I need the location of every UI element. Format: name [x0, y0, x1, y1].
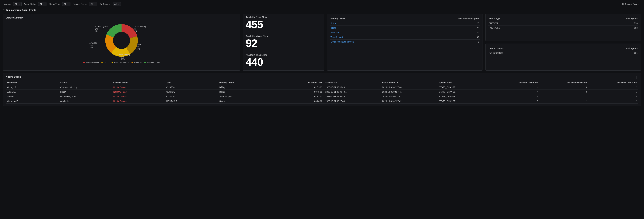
- cell-status: Available: [59, 99, 112, 104]
- cell-in-status-time: 01:41:13: [286, 94, 324, 99]
- panel-contact-status: Contact Status # of Agents Not OnContact…: [486, 44, 641, 71]
- cell-type: CUSTOM: [165, 90, 218, 94]
- filter-label-status-type: Status Type: [49, 3, 60, 5]
- sort-ascending-icon: [397, 81, 398, 84]
- col-header-agents-count[interactable]: # of Agents: [572, 46, 638, 51]
- legend-swatch: [144, 62, 146, 63]
- col-header-chat-slots[interactable]: Available Chat Slots: [490, 80, 540, 85]
- legend-item[interactable]: Not Feeling Well: [144, 61, 160, 63]
- chevron-down-icon: [3, 10, 4, 11]
- svg-rect-0: [622, 3, 622, 4]
- col-header-routing-profile[interactable]: Routing Profile: [330, 17, 409, 21]
- table-row[interactable]: Not OnContact921: [488, 51, 638, 55]
- routing-profile-link[interactable]: Enhanced Routing Profile: [330, 40, 409, 44]
- filter-select-agent-status[interactable]: All: [38, 2, 46, 6]
- cell-task-slots: 2: [589, 99, 638, 104]
- table-row[interactable]: ROUTABLE183: [488, 26, 638, 30]
- routing-profile-link[interactable]: Sales: [330, 21, 409, 26]
- cell-username: Cameron E.: [6, 99, 59, 104]
- cell-voice-slots: 0: [540, 85, 589, 90]
- cell-last-updated: 2023-10-31 02:27:41: [381, 90, 438, 94]
- table-row[interactable]: Tech Support43: [330, 35, 480, 40]
- svg-rect-2: [622, 4, 622, 5]
- filter-label-routing-profile: Routing Profile: [73, 3, 86, 5]
- col-header-available-agents[interactable]: # of Available Agents: [409, 17, 480, 21]
- panel-title: Status Summary: [6, 17, 237, 19]
- routing-profile-link[interactable]: Billing: [330, 26, 409, 30]
- donut-slice: [106, 24, 122, 38]
- legend-item[interactable]: Available: [132, 61, 141, 63]
- col-header-in-status-time[interactable]: In Status Time: [286, 80, 324, 85]
- cell-chat-slots: 3: [490, 99, 540, 104]
- col-header-agents-count[interactable]: # of Agents: [564, 17, 638, 21]
- contact-events-button[interactable]: Contact Events: [620, 2, 641, 6]
- slot-value: 455: [246, 19, 322, 30]
- cell-last-updated: 2023-10-31 02:27:40: [381, 85, 438, 90]
- summary-toggle[interactable]: Summary from Agent Events: [3, 9, 641, 11]
- panel-task-slots: Available Task Slots 440: [243, 52, 324, 70]
- table-row[interactable]: Billing44: [330, 26, 480, 30]
- col-header-contact-status[interactable]: Contact Status: [112, 80, 165, 85]
- table-row[interactable]: Retention50: [330, 30, 480, 35]
- table-row[interactable]: Cameron E.AvailableNot OnContactROUTABLE…: [6, 99, 638, 104]
- panel-voice-slots: Available Voice Slots 92: [243, 33, 324, 51]
- chevron-down-icon: [68, 4, 69, 5]
- cell-status: Lunch: [59, 90, 112, 94]
- cell-contact-status: Not OnContact: [112, 99, 165, 104]
- col-header-type[interactable]: Type: [165, 80, 218, 85]
- table-row[interactable]: Alfredo I.Not Feeling WellNot OnContactC…: [6, 94, 638, 99]
- cell-update-event: STATE_CHANGE: [438, 94, 490, 99]
- cell-voice-slots: 0: [540, 90, 589, 94]
- table-row[interactable]: Sales45: [330, 21, 480, 26]
- cell-contact-status: Not OnContact: [112, 90, 165, 94]
- table-row[interactable]: Enhanced Routing Profile1: [330, 40, 480, 44]
- svg-rect-1: [623, 3, 624, 4]
- filter-select-status-type[interactable]: All: [62, 2, 70, 6]
- col-header-last-updated[interactable]: Last Updated: [381, 80, 438, 85]
- routing-profile-link[interactable]: Retention: [330, 30, 409, 35]
- cell-update-event: STATE_CHANGE: [438, 90, 490, 94]
- cell-count: 50: [409, 30, 480, 35]
- cell-contact-status: Not OnContact: [112, 85, 165, 90]
- col-header-task-slots[interactable]: Available Task Slots: [589, 80, 638, 85]
- table-row[interactable]: Abigail J.LunchNot OnContactCUSTOMBillin…: [6, 90, 638, 94]
- legend-item[interactable]: Customer Meeting: [112, 61, 129, 63]
- col-header-username[interactable]: Username: [6, 80, 59, 85]
- cell-status-type: ROUTABLE: [488, 26, 564, 30]
- cell-chat-slots: 4: [490, 85, 540, 90]
- chevron-down-icon: [94, 4, 96, 5]
- cell-status: Customer Meeting: [59, 85, 112, 90]
- legend-item[interactable]: Internal Meeting: [83, 61, 99, 63]
- legend-label: Lunch: [104, 61, 109, 63]
- col-header-update-event[interactable]: Update Event: [438, 80, 490, 85]
- table-row[interactable]: George F.Customer MeetingNot OnContactCU…: [6, 85, 638, 90]
- legend-item[interactable]: Lunch: [102, 61, 109, 63]
- cell-type: ROUTABLE: [165, 99, 218, 104]
- cell-task-slots: 5: [589, 90, 638, 94]
- filter-select-instance[interactable]: All: [13, 2, 22, 6]
- routing-profile-link[interactable]: Tech Support: [330, 35, 409, 40]
- col-header-status-type[interactable]: Status Type: [488, 17, 564, 21]
- col-header-routing-profile[interactable]: Routing Profile: [218, 80, 286, 85]
- cell-voice-slots: 1: [540, 99, 589, 104]
- filter-select-on-contact[interactable]: All: [112, 2, 121, 6]
- chevron-down-icon: [19, 4, 20, 5]
- cell-count: 738: [564, 21, 638, 26]
- filter-select-routing-profile[interactable]: All: [89, 2, 97, 6]
- donut-chart: Internal Meeting19221%Lunch18520%Custome…: [90, 21, 153, 60]
- table-row[interactable]: CUSTOM738: [488, 21, 638, 26]
- cell-routing-profile: Sales: [218, 99, 286, 104]
- cell-update-event: STATE_CHANGE: [438, 99, 490, 104]
- kebab-menu-icon[interactable]: ⋮: [635, 76, 638, 79]
- panel-chat-slots: Available Chat Slots 455: [243, 14, 324, 32]
- col-header-status-start[interactable]: Status Start: [324, 80, 381, 85]
- cell-contact-status: Not OnContact: [112, 94, 165, 99]
- donut-slice-label: Internal Meeting19221%: [134, 26, 146, 33]
- col-header-status[interactable]: Status: [59, 80, 112, 85]
- col-header-contact-status[interactable]: Contact Status: [488, 46, 572, 51]
- cell-status-start: 2023-10-31 01:06:40.…: [324, 94, 381, 99]
- slot-value: 92: [246, 38, 322, 49]
- cell-type: CUSTOM: [165, 85, 218, 90]
- col-header-voice-slots[interactable]: Available Voice Slots: [540, 80, 589, 85]
- cell-contact-status: Not OnContact: [488, 51, 572, 55]
